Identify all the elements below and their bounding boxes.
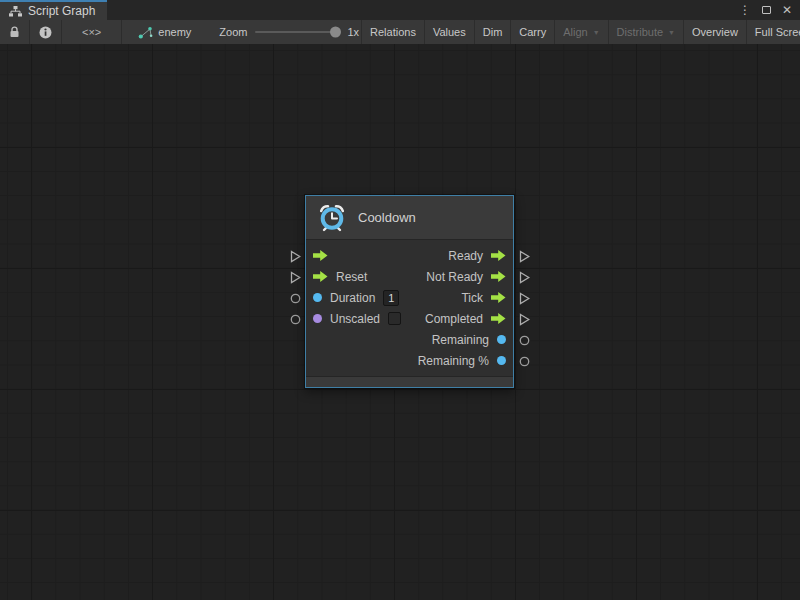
chevron-down-icon: ▼ [593, 29, 600, 36]
toolbar-button-carry[interactable]: Carry [511, 20, 554, 44]
chevron-down-icon: ▼ [668, 29, 675, 36]
value-input-port-duration[interactable] [288, 288, 302, 309]
flow-out-arrow-icon[interactable] [491, 271, 506, 282]
value-dot-blue-icon[interactable] [497, 335, 506, 344]
flow-input-port-enter[interactable] [288, 246, 302, 267]
port-label-reset: Reset [336, 270, 367, 284]
menu-icon[interactable]: ⋮ [739, 4, 751, 16]
port-label-tick: Tick [461, 291, 483, 305]
toolbar-button-fullscreen[interactable]: Full Screen [747, 20, 800, 44]
zoom-slider-handle[interactable] [330, 27, 341, 38]
node-row-reset-notready: Reset Not Ready [306, 266, 513, 287]
node-row-duration-tick: Duration 1 Tick [306, 287, 513, 308]
alarm-clock-icon [317, 203, 347, 233]
close-icon[interactable]: ✕ [782, 4, 792, 16]
flow-output-port-completed[interactable] [517, 309, 531, 330]
port-label-unscaled: Unscaled [330, 312, 380, 326]
maximize-icon[interactable] [762, 6, 771, 14]
flow-in-arrow-icon[interactable] [313, 250, 328, 261]
node-header[interactable]: Cooldown [306, 196, 513, 240]
node-row-remaining: Remaining [306, 329, 513, 350]
graph-icon [138, 26, 153, 39]
tab-script-graph[interactable]: Script Graph [0, 0, 107, 20]
flow-input-port-reset[interactable] [288, 267, 302, 288]
info-icon [39, 26, 52, 39]
toolbar-button-values[interactable]: Values [425, 20, 474, 44]
script-graph-icon [9, 6, 22, 17]
port-label-ready: Ready [448, 249, 483, 263]
node-footer [306, 376, 513, 387]
toolbar-button-relations[interactable]: Relations [362, 20, 424, 44]
toolbar-button-overview[interactable]: Overview [684, 20, 746, 44]
script-graph-window: Script Graph ⋮ ✕ [0, 0, 800, 600]
value-output-port-remaining[interactable] [517, 330, 531, 351]
port-label-completed: Completed [425, 312, 483, 326]
node-row-enter-ready: Ready [306, 245, 513, 266]
node-row-remaining-pct: Remaining % [306, 350, 513, 371]
info-button[interactable] [30, 20, 61, 44]
toolbar-button-distribute[interactable]: Distribute▼ [609, 20, 683, 44]
graph-name: enemy [158, 26, 191, 38]
port-label-duration: Duration [330, 291, 375, 305]
tab-title: Script Graph [28, 4, 95, 18]
clear-selection-button[interactable]: <×> [62, 20, 121, 44]
value-output-port-remaining-pct[interactable] [517, 351, 531, 372]
node-title: Cooldown [358, 210, 416, 225]
zoom-label: Zoom [219, 20, 247, 44]
graph-toolbar: <×> enemy Zoom 1x Relations Values [0, 20, 800, 44]
toolbar-button-dim[interactable]: Dim [475, 20, 511, 44]
value-dot-purple-icon[interactable] [313, 314, 322, 323]
right-ports [517, 195, 531, 388]
lock-button[interactable] [0, 20, 29, 44]
graph-canvas[interactable]: Cooldown Ready [0, 44, 800, 600]
cooldown-node[interactable]: Cooldown Ready [305, 195, 514, 388]
port-label-remaining: Remaining [432, 333, 489, 347]
zoom-slider[interactable] [255, 20, 339, 44]
zoom-slider-track[interactable] [255, 31, 339, 33]
unscaled-checkbox[interactable] [388, 312, 401, 325]
left-ports [288, 195, 302, 388]
flow-output-port-not-ready[interactable] [517, 267, 531, 288]
zoom-value: 1x [347, 20, 359, 44]
value-dot-blue-icon[interactable] [497, 356, 506, 365]
window-controls: ⋮ ✕ [739, 0, 800, 20]
duration-input-field[interactable]: 1 [383, 290, 399, 306]
toolbar-separator [121, 20, 122, 44]
flow-output-port-tick[interactable] [517, 288, 531, 309]
graph-breadcrumb[interactable]: enemy [138, 20, 191, 44]
node-body: Ready Reset [306, 240, 513, 373]
flow-out-arrow-icon[interactable] [491, 313, 506, 324]
cooldown-node-group: Cooldown Ready [288, 195, 531, 388]
flow-output-port-ready[interactable] [517, 246, 531, 267]
flow-in-arrow-icon[interactable] [313, 271, 328, 282]
value-dot-blue-icon[interactable] [313, 293, 322, 302]
angle-x-icon: <×> [82, 26, 101, 38]
value-input-port-unscaled[interactable] [288, 309, 302, 330]
lock-icon [9, 26, 20, 38]
title-bar: Script Graph ⋮ ✕ [0, 0, 800, 20]
toolbar-button-align[interactable]: Align▼ [555, 20, 607, 44]
port-label-remaining-pct: Remaining % [418, 354, 489, 368]
flow-out-arrow-icon[interactable] [491, 250, 506, 261]
node-row-unscaled-completed: Unscaled Completed [306, 308, 513, 329]
flow-out-arrow-icon[interactable] [491, 292, 506, 303]
port-label-not-ready: Not Ready [426, 270, 483, 284]
